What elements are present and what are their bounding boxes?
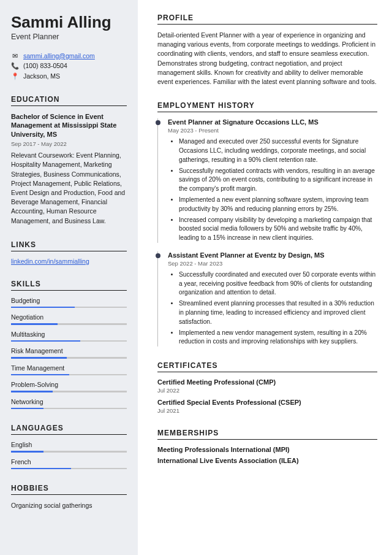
email-link[interactable]: sammi.alling@gmail.com — [23, 52, 95, 59]
skill-name: Risk Management — [11, 347, 127, 354]
skill-item: Risk Management — [11, 347, 127, 359]
education-dates: Sep 2017 - May 2022 — [11, 140, 127, 147]
name-heading: Sammi Alling — [11, 13, 127, 31]
employment-item: Event Planner at Signature Occasions LLC… — [157, 118, 377, 243]
language-bar — [11, 451, 127, 453]
skill-item: Problem-Solving — [11, 381, 127, 392]
skill-item: Time Management — [11, 364, 127, 376]
hobby-item: Organizing social gatherings — [11, 501, 127, 510]
job-title: Assistant Event Planner at Eventz by Des… — [168, 251, 377, 259]
sidebar: Sammi Alling Event Planner ✉ sammi.allin… — [0, 0, 138, 555]
language-name: English — [11, 441, 127, 448]
profile-body: Detail-oriented Event Planner with a yea… — [157, 31, 377, 86]
language-bar — [11, 468, 127, 470]
links-heading: LINKS — [11, 240, 127, 251]
skill-bar — [11, 307, 127, 308]
skill-bar — [11, 340, 127, 342]
languages-heading: LANGUAGES — [11, 424, 127, 435]
education-heading: EDUCATION — [11, 95, 127, 106]
skill-item: Budgeting — [11, 297, 127, 308]
job-bullet: Implemented a new event planning softwar… — [179, 196, 377, 214]
skill-name: Negotiation — [11, 313, 127, 321]
linkedin-link[interactable]: linkedin.com/in/sammialling — [11, 258, 89, 265]
job-bullets: Successfully coordinated and executed ov… — [168, 270, 377, 346]
job-bullets: Managed and executed over 250 successful… — [168, 137, 377, 243]
skill-name: Time Management — [11, 364, 127, 372]
skill-bar — [11, 391, 127, 392]
contact-phone-row: 📞 (100) 833-0504 — [11, 62, 127, 70]
job-bullet: Streamlined event planning processes tha… — [179, 299, 377, 326]
job-dates: May 2023 - Present — [168, 127, 377, 134]
membership-item: Meeting Professionals International (MPI… — [157, 446, 377, 453]
main-column: PROFILE Detail-oriented Event Planner wi… — [138, 0, 392, 555]
link-item: linkedin.com/in/sammialling — [11, 258, 127, 265]
certificate-name: Certified Special Events Professional (C… — [157, 399, 377, 406]
certificate-date: Jul 2022 — [157, 387, 377, 394]
contact-email-row: ✉ sammi.alling@gmail.com — [11, 52, 127, 59]
certificate-item: Certified Meeting Professional (CMP) Jul… — [157, 378, 377, 394]
location-text: Jackson, MS — [23, 72, 60, 80]
hobbies-heading: HOBBIES — [11, 484, 127, 495]
profile-heading: PROFILE — [157, 13, 377, 25]
education-body: Relevant Coursework: Event Planning, Hos… — [11, 151, 127, 226]
job-bullet: Successfully negotiated contracts with v… — [179, 167, 377, 194]
skill-bar — [11, 323, 127, 325]
phone-icon: 📞 — [11, 62, 18, 70]
job-bullet: Increased company visibility by developi… — [179, 216, 377, 243]
memberships-heading: MEMBERSHIPS — [157, 429, 377, 440]
skill-name: Problem-Solving — [11, 381, 127, 388]
job-title: Event Planner at Signature Occasions LLC… — [168, 118, 377, 126]
skill-item: Networking — [11, 398, 127, 410]
skill-bar — [11, 408, 127, 410]
email-icon: ✉ — [11, 52, 18, 59]
certificates-heading: CERTIFICATES — [157, 361, 377, 372]
employment-heading: EMPLOYMENT HISTORY — [157, 101, 377, 112]
education-degree: Bachelor of Science in Event Management … — [11, 112, 127, 140]
skill-name: Multitasking — [11, 331, 127, 338]
skill-item: Multitasking — [11, 331, 127, 342]
skills-heading: SKILLS — [11, 280, 127, 291]
skill-name: Budgeting — [11, 297, 127, 304]
role-text: Event Planner — [11, 33, 127, 41]
certificate-name: Certified Meeting Professional (CMP) — [157, 378, 377, 386]
job-dates: Sep 2022 - Mar 2023 — [168, 260, 377, 267]
job-bullet: Successfully coordinated and executed ov… — [179, 270, 377, 297]
skill-item: Negotiation — [11, 313, 127, 325]
language-item: English — [11, 441, 127, 453]
certificate-item: Certified Special Events Professional (C… — [157, 399, 377, 414]
skill-bar — [11, 374, 127, 376]
language-item: French — [11, 458, 127, 470]
employment-item: Assistant Event Planner at Eventz by Des… — [157, 251, 377, 346]
job-bullet: Implemented a new vendor management syst… — [179, 329, 377, 347]
membership-item: International Live Events Association (I… — [157, 457, 377, 464]
certificate-date: Jul 2021 — [157, 407, 377, 414]
contact-location-row: 📍 Jackson, MS — [11, 72, 127, 80]
phone-text: (100) 833-0504 — [23, 62, 67, 69]
job-bullet: Managed and executed over 250 successful… — [179, 137, 377, 164]
location-icon: 📍 — [11, 72, 18, 80]
language-name: French — [11, 458, 127, 465]
skill-bar — [11, 357, 127, 359]
skill-name: Networking — [11, 398, 127, 405]
